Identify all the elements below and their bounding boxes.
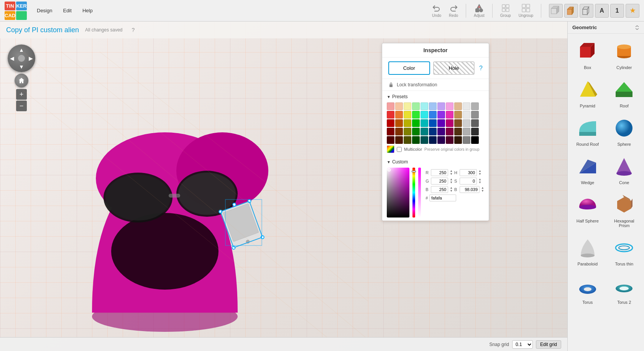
adjust-button[interactable]: Adjust xyxy=(474,3,485,18)
g-down[interactable]: ▼ xyxy=(450,181,453,184)
h-input[interactable] xyxy=(460,169,477,176)
menu-help[interactable]: Help xyxy=(78,5,97,16)
preset-swatch[interactable] xyxy=(437,128,445,135)
h-down[interactable]: ▼ xyxy=(478,173,481,176)
viewport[interactable]: Copy of PI custom alien All changes save… xyxy=(0,21,567,351)
preset-swatch[interactable] xyxy=(387,128,394,135)
preset-swatch[interactable] xyxy=(471,119,479,127)
s-input[interactable] xyxy=(460,178,477,185)
preset-swatch[interactable] xyxy=(412,119,420,127)
preset-swatch[interactable] xyxy=(446,119,453,127)
undo-button[interactable]: Undo xyxy=(432,3,441,18)
menu-design[interactable]: Design xyxy=(32,5,57,16)
b-input[interactable] xyxy=(431,186,448,193)
preset-swatch[interactable] xyxy=(429,102,437,110)
preset-swatch[interactable] xyxy=(463,119,470,127)
number-button[interactable]: 1 xyxy=(610,4,624,18)
preset-swatch[interactable] xyxy=(412,102,420,110)
preset-swatch[interactable] xyxy=(395,102,403,110)
preset-swatch[interactable] xyxy=(463,111,470,119)
b2-input[interactable] xyxy=(460,186,480,193)
custom-header[interactable]: ▼ Custom xyxy=(387,159,484,165)
color-button[interactable]: Color xyxy=(388,61,430,75)
shape-round-roof[interactable]: Round Roof xyxy=(571,114,605,149)
preset-swatch[interactable] xyxy=(404,136,411,144)
logo[interactable]: TIN KER CAD xyxy=(5,2,23,20)
shape-roof[interactable]: Roof xyxy=(608,75,641,110)
edit-grid-button[interactable]: Edit grid xyxy=(536,340,561,349)
b-down[interactable]: ▼ xyxy=(450,190,453,193)
preset-swatch[interactable] xyxy=(437,102,445,110)
b2-down[interactable]: ▼ xyxy=(481,190,484,193)
preset-swatch[interactable] xyxy=(429,111,437,119)
hex-input[interactable] xyxy=(429,194,456,201)
r-input[interactable] xyxy=(431,169,448,176)
shape-torus[interactable]: Torus xyxy=(571,272,605,307)
shape-sphere[interactable]: Sphere xyxy=(608,114,641,149)
shape-torus2[interactable]: Torus 2 xyxy=(608,272,641,307)
shape-torus-thin[interactable]: Torus thin xyxy=(608,233,641,269)
preset-swatch[interactable] xyxy=(395,136,403,144)
shape-pyramid[interactable]: Pyramid xyxy=(571,75,605,110)
preset-swatch[interactable] xyxy=(454,128,462,135)
preset-swatch[interactable] xyxy=(421,119,428,127)
preset-swatch[interactable] xyxy=(412,128,420,135)
star-button[interactable]: ★ xyxy=(626,4,639,18)
preset-swatch[interactable] xyxy=(446,128,453,135)
preset-swatch[interactable] xyxy=(387,102,394,110)
preset-swatch[interactable] xyxy=(454,111,462,119)
preset-swatch[interactable] xyxy=(429,119,437,127)
hole-button[interactable]: Hole xyxy=(433,61,475,75)
shape-paraboloid[interactable]: Paraboloid xyxy=(571,233,605,269)
shape-half-sphere[interactable]: Half Sphere xyxy=(571,190,605,230)
s-down[interactable]: ▼ xyxy=(478,181,481,184)
preset-swatch[interactable] xyxy=(421,136,428,144)
redo-button[interactable]: Redo xyxy=(449,3,458,18)
preset-swatch[interactable] xyxy=(412,136,420,144)
shape-cone[interactable]: Cone xyxy=(608,152,641,187)
view-cube-button[interactable] xyxy=(549,4,563,18)
help-button[interactable]: ? xyxy=(132,27,135,33)
shape-cylinder[interactable]: Cylinder xyxy=(608,37,641,72)
preset-swatch[interactable] xyxy=(404,119,411,127)
alpha-slider[interactable] xyxy=(418,168,421,218)
preset-swatch[interactable] xyxy=(446,102,453,110)
shape-hex-prism[interactable]: Hexagonal Prism xyxy=(608,190,641,230)
preset-swatch[interactable] xyxy=(463,102,470,110)
preset-swatch[interactable] xyxy=(471,128,479,135)
preset-swatch[interactable] xyxy=(404,111,411,119)
multicolor-checkbox[interactable] xyxy=(397,147,402,152)
preset-swatch[interactable] xyxy=(454,119,462,127)
snap-select[interactable]: 0.1 0.25 0.5 1.0 xyxy=(512,340,533,349)
preset-swatch[interactable] xyxy=(404,128,411,135)
hue-slider[interactable] xyxy=(412,168,415,218)
view-outline-button[interactable] xyxy=(580,4,593,18)
preset-swatch[interactable] xyxy=(404,102,411,110)
text-button[interactable]: A xyxy=(595,4,609,18)
r-down[interactable]: ▼ xyxy=(450,173,453,176)
preset-swatch[interactable] xyxy=(387,111,394,119)
inspector-help-button[interactable]: ? xyxy=(479,65,483,72)
preset-swatch[interactable] xyxy=(421,128,428,135)
preset-swatch[interactable] xyxy=(463,128,470,135)
shape-box[interactable]: Box xyxy=(571,37,605,72)
presets-header[interactable]: ▼ Presets xyxy=(387,94,484,99)
preset-swatch[interactable] xyxy=(421,102,428,110)
preset-swatch[interactable] xyxy=(412,111,420,119)
menu-edit[interactable]: Edit xyxy=(58,5,76,16)
preset-swatch[interactable] xyxy=(387,119,394,127)
preset-swatch[interactable] xyxy=(463,136,470,144)
project-name[interactable]: Copy of PI custom alien xyxy=(6,26,79,34)
shape-wedge[interactable]: Wedge xyxy=(571,152,605,187)
preset-swatch[interactable] xyxy=(471,102,479,110)
group-button[interactable]: Group xyxy=(500,3,511,18)
preset-swatch[interactable] xyxy=(471,136,479,144)
color-gradient-picker[interactable] xyxy=(387,168,409,218)
view-home-button[interactable] xyxy=(564,4,578,18)
preset-swatch[interactable] xyxy=(429,128,437,135)
g-input[interactable] xyxy=(431,178,448,185)
preset-swatch[interactable] xyxy=(454,102,462,110)
preset-swatch[interactable] xyxy=(471,111,479,119)
preset-swatch[interactable] xyxy=(395,111,403,119)
preset-swatch[interactable] xyxy=(429,136,437,144)
